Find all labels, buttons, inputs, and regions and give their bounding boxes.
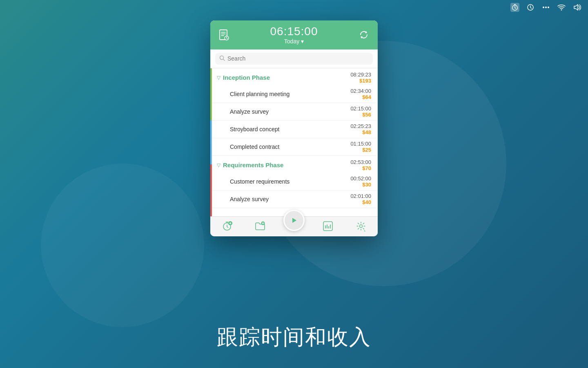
task-row-client-planning[interactable]: Client planning meeting 02:34:00 $64 [210, 85, 378, 103]
task-name-completed-contract: Completed contract [230, 144, 350, 150]
reports-header-icon[interactable] [217, 27, 232, 42]
reports-tab[interactable] [318, 219, 338, 233]
task-amount-completed-contract: $25 [350, 147, 371, 153]
task-row-storyboard[interactable]: Stroyboard concept 02:25:23 $48 [210, 121, 378, 138]
search-input[interactable] [227, 55, 369, 62]
inception-phase-name: Inception Phase [223, 74, 350, 81]
task-name-client-planning: Client planning meeting [230, 91, 350, 97]
search-bar [210, 49, 378, 68]
task-stats-analyze-survey-1: 02:15:00 $56 [350, 105, 371, 118]
header-center: 06:15:00 Today ▾ [270, 25, 318, 45]
date-chevron: ▾ [301, 38, 304, 45]
sync-button[interactable] [356, 27, 371, 42]
inception-stats: 08:29:23 $193 [350, 72, 371, 84]
task-stats-client-planning: 02:34:00 $64 [350, 88, 371, 100]
requirements-stats: 02:53:00 $70 [350, 159, 371, 171]
play-button-container [283, 210, 305, 231]
inception-amount: $193 [350, 78, 371, 84]
task-amount-customer-requirements: $30 [350, 182, 371, 188]
task-stats-storyboard: 02:25:23 $48 [350, 123, 371, 135]
task-amount-storyboard: $48 [350, 129, 371, 135]
task-row-completed-contract[interactable]: Completed contract 01:15:00 $25 [210, 138, 378, 156]
task-time-customer-requirements: 00:52:00 [350, 175, 371, 182]
date-label: Today [284, 38, 299, 45]
task-time-completed-contract: 01:15:00 [350, 141, 371, 147]
task-time-analyze-survey-1: 02:15:00 [350, 105, 371, 112]
inception-time: 08:29:23 [350, 72, 371, 78]
svg-point-4 [548, 7, 549, 8]
wifi-menubar-icon[interactable] [557, 3, 566, 12]
svg-point-5 [561, 9, 562, 11]
left-accent-bar [210, 68, 212, 216]
task-time-analyze-survey-2: 02:01:00 [350, 193, 371, 199]
total-time-display: 06:15:00 [270, 25, 318, 38]
svg-point-13 [360, 224, 363, 227]
window-arrow [289, 20, 299, 26]
bg-decoration-2 [41, 164, 204, 327]
add-timer-tab[interactable] [217, 219, 237, 233]
task-time-storyboard: 02:25:23 [350, 123, 371, 129]
inception-chevron: ▽ [217, 75, 220, 81]
task-stats-customer-requirements: 00:52:00 $30 [350, 175, 371, 188]
requirements-chevron: ▽ [217, 162, 220, 168]
requirements-amount: $70 [350, 165, 371, 171]
timer-menubar-icon[interactable] [510, 3, 519, 12]
volume-menubar-icon[interactable] [572, 3, 581, 12]
task-row-analyze-survey-1[interactable]: Analyze survey 02:15:00 $56 [210, 103, 378, 121]
menubar [0, 0, 588, 15]
dots-menubar-icon[interactable] [541, 3, 550, 12]
clock-menubar-icon[interactable] [526, 3, 535, 12]
svg-rect-12 [323, 222, 332, 231]
search-icon [219, 55, 225, 62]
task-name-analyze-survey-2: Analyze survey [230, 196, 350, 202]
add-folder-tab[interactable] [250, 220, 270, 233]
content-area: ▽ Inception Phase 08:29:23 $193 Client p… [210, 68, 378, 216]
settings-tab[interactable] [351, 219, 371, 233]
task-amount-analyze-survey-1: $56 [350, 112, 371, 118]
task-time-client-planning: 02:34:00 [350, 88, 371, 94]
task-name-analyze-survey-1: Analyze survey [230, 108, 350, 115]
phase-row-requirements[interactable]: ▽ Requirements Phase 02:53:00 $70 [210, 156, 378, 173]
task-row-customer-requirements[interactable]: Customer requirements 00:52:00 $30 [210, 173, 378, 191]
svg-point-2 [543, 7, 544, 8]
app-window: 06:15:00 Today ▾ [210, 20, 378, 236]
play-button[interactable] [283, 210, 305, 231]
task-amount-client-planning: $64 [350, 94, 371, 100]
task-amount-analyze-survey-2: $40 [350, 199, 371, 205]
search-wrapper [215, 53, 373, 65]
task-name-storyboard: Stroyboard concept [230, 126, 350, 132]
task-row-analyze-survey-2[interactable]: Analyze survey 02:01:00 $40 [210, 191, 378, 208]
tab-bar [210, 216, 378, 236]
svg-point-3 [545, 7, 547, 8]
requirements-time: 02:53:00 [350, 159, 371, 165]
date-selector[interactable]: Today ▾ [270, 38, 318, 45]
bottom-tagline: 跟踪时间和收入 [0, 323, 588, 352]
task-stats-analyze-survey-2: 02:01:00 $40 [350, 193, 371, 205]
task-name-customer-requirements: Customer requirements [230, 178, 350, 185]
phase-row-inception[interactable]: ▽ Inception Phase 08:29:23 $193 [210, 68, 378, 85]
requirements-phase-name: Requirements Phase [223, 162, 350, 168]
task-stats-completed-contract: 01:15:00 $25 [350, 141, 371, 153]
